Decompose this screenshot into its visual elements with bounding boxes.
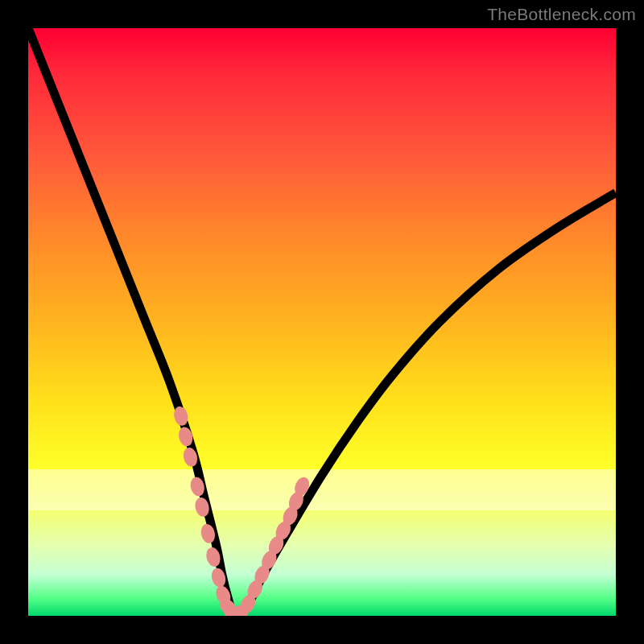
watermark-text: TheBottleneck.com — [487, 5, 636, 24]
curve-marker — [174, 407, 188, 425]
plot-area — [28, 28, 616, 616]
bottleneck-curve — [28, 28, 616, 616]
curve-layer — [28, 28, 616, 616]
marker-group — [174, 407, 310, 616]
chart-frame: TheBottleneck.com — [0, 0, 644, 644]
